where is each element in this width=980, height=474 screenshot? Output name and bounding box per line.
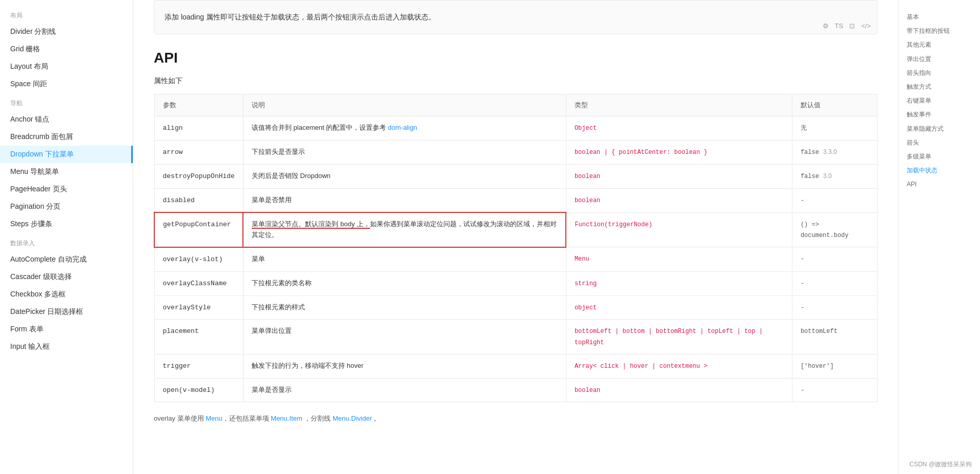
col-default: 默认值 <box>792 94 877 116</box>
cell-desc: 菜单弹出位置 <box>243 320 566 354</box>
param-name: arrow <box>163 148 183 156</box>
sidebar-item-pagination[interactable]: Pagination 分页 <box>0 198 133 215</box>
cell-default: false3.3.0 <box>792 140 877 164</box>
param-name: getPopupContainer <box>163 221 231 228</box>
sidebar-item-cascader[interactable]: Cascader 级联选择 <box>0 268 133 286</box>
settings-icon[interactable]: ⚙ <box>823 22 829 30</box>
footer-link[interactable]: Menu.Item <box>271 414 302 422</box>
param-name: open(v-model) <box>163 386 215 394</box>
cell-param: getPopupContainer <box>154 212 243 247</box>
toc-item-trigger-event[interactable]: 触发事件 <box>907 108 972 122</box>
default-value: bottomLeft <box>801 328 838 335</box>
param-name: overlayStyle <box>163 304 211 311</box>
table-row: arrow下拉箭头是否显示boolean | { pointAtCenter: … <box>154 140 877 164</box>
param-name: trigger <box>163 362 191 370</box>
type-value: boolean | { pointAtCenter: boolean } <box>575 149 707 156</box>
table-row: open(v-model)菜单是否显示boolean- <box>154 378 877 402</box>
table-row: overlay(v-slot)菜单Menu- <box>154 247 877 271</box>
sidebar-item-autocomplete[interactable]: AutoComplete 自动完成 <box>0 251 133 268</box>
cell-desc: 菜单渲染父节点。默认渲染到 body 上，如果你遇到菜单滚动定位问题，试试修改为… <box>243 212 566 247</box>
footer-link[interactable]: Menu.Divider <box>333 414 372 422</box>
sidebar-section-label: 导航 <box>0 93 133 111</box>
cell-type: boolean <box>566 378 792 402</box>
toc-item-right-click[interactable]: 右键菜单 <box>907 94 972 108</box>
toc-item-api[interactable]: API <box>907 177 972 191</box>
toc-item-button-with-dropdown[interactable]: 带下拉框的按钮 <box>907 24 972 38</box>
default-value: - <box>801 387 804 394</box>
sidebar-item-layout[interactable]: Layout 布局 <box>0 58 133 75</box>
cell-desc: 下拉根元素的类名称 <box>243 271 566 295</box>
param-name: disabled <box>163 196 195 204</box>
table-header-row: 参数 说明 类型 默认值 <box>154 94 877 116</box>
toc-item-trigger-type[interactable]: 触发方式 <box>907 80 972 94</box>
cell-default: - <box>792 247 877 271</box>
cell-type: bottomLeft | bottom | bottomRight | topL… <box>566 320 792 354</box>
toc-item-loading[interactable]: 加载中状态 <box>907 164 972 177</box>
sidebar-item-dropdown[interactable]: Dropdown 下拉菜单 <box>0 146 133 163</box>
type-value: Array< click | hover | contextmenu > <box>575 363 707 370</box>
cell-param: placement <box>154 320 243 354</box>
toc-item-arrow[interactable]: 箭头指向 <box>907 66 972 80</box>
default-value: 无 <box>801 125 807 132</box>
param-name: overlay(v-slot) <box>163 255 223 263</box>
default-value: - <box>801 255 804 263</box>
toc-item-basic[interactable]: 基本 <box>907 10 972 24</box>
ts-button[interactable]: TS <box>835 22 844 30</box>
toc-item-other-elements[interactable]: 其他元素 <box>907 38 972 52</box>
table-row: overlayClassName下拉根元素的类名称string- <box>154 271 877 295</box>
cell-default: ['hover'] <box>792 354 877 378</box>
demo-box: 添加 loading 属性即可让按钮处于加载状态，最后两个按钮演示点击后进入加载… <box>154 0 877 34</box>
cell-desc: 该值将合并到 placement 的配置中，设置参考 dom-align <box>243 116 566 141</box>
default-value: - <box>801 280 804 287</box>
cell-type: object <box>566 295 792 320</box>
sidebar-item-input[interactable]: Input 输入框 <box>0 338 133 356</box>
param-name: destroyPopupOnHide <box>163 172 235 180</box>
col-type: 类型 <box>566 94 792 116</box>
demo-text: 添加 loading 属性即可让按钮处于加载状态，最后两个按钮演示点击后进入加载… <box>165 11 867 24</box>
sidebar-item-menu[interactable]: Menu 导航菜单 <box>0 163 133 181</box>
toc-item-arrow2[interactable]: 箭头 <box>907 136 972 150</box>
copy-icon[interactable]: ⊡ <box>849 22 855 30</box>
sidebar-item-datepicker[interactable]: DatePicker 日期选择框 <box>0 303 133 321</box>
type-value: boolean <box>575 387 600 394</box>
cell-type: string <box>566 271 792 295</box>
toc-item-multi-menu[interactable]: 多级菜单 <box>907 150 972 164</box>
default-value: false <box>801 149 819 156</box>
sidebar-item-space[interactable]: Space 间距 <box>0 75 133 93</box>
code-icon[interactable]: </> <box>861 22 871 30</box>
api-title: API <box>154 50 877 66</box>
sidebar-item-breadcrumb[interactable]: Breadcrumb 面包屑 <box>0 128 133 146</box>
sidebar-item-pageheader[interactable]: PageHeader 页头 <box>0 181 133 198</box>
footer-note: overlay 菜单使用 Menu，还包括菜单项 Menu.Item ，分割线 … <box>154 412 877 424</box>
col-param: 参数 <box>154 94 243 116</box>
toc-item-trigger-mode[interactable]: 弹出位置 <box>907 52 972 66</box>
default-value: false <box>801 173 819 180</box>
col-desc: 说明 <box>243 94 566 116</box>
cell-param: overlayStyle <box>154 295 243 320</box>
cell-default: - <box>792 271 877 295</box>
sidebar-item-divider[interactable]: Divider 分割线 <box>0 23 133 41</box>
default-value: ['hover'] <box>801 363 834 370</box>
desc-link[interactable]: dom-align <box>388 124 417 131</box>
cell-param: open(v-model) <box>154 378 243 402</box>
sidebar-item-grid[interactable]: Grid 栅格 <box>0 41 133 58</box>
type-value: object <box>575 304 597 311</box>
cell-type: Function(triggerNode) <box>566 212 792 247</box>
toc-item-hide-mode[interactable]: 菜单隐藏方式 <box>907 122 972 136</box>
default-value: () => document.body <box>801 221 849 239</box>
table-row: placement菜单弹出位置bottomLeft | bottom | bot… <box>154 320 877 354</box>
toc: 基本带下拉框的按钮其他元素弹出位置箭头指向触发方式右键菜单触发事件菜单隐藏方式箭… <box>898 0 980 474</box>
cell-default: false3.0 <box>792 164 877 188</box>
sidebar-item-anchor[interactable]: Anchor 锚点 <box>0 111 133 128</box>
sidebar-item-checkbox[interactable]: Checkbox 多选框 <box>0 286 133 303</box>
param-name: align <box>163 124 183 132</box>
sidebar-item-form[interactable]: Form 表单 <box>0 321 133 338</box>
footer-link[interactable]: Menu <box>206 414 222 422</box>
default-value: - <box>801 197 804 204</box>
type-value: string <box>575 280 597 287</box>
sidebar-item-steps[interactable]: Steps 步骤条 <box>0 215 133 233</box>
type-value: boolean <box>575 197 600 204</box>
watermark: CSDN @嗷嗷怪呆呆狗 <box>909 460 972 469</box>
cell-param: align <box>154 116 243 141</box>
cell-default: - <box>792 378 877 402</box>
